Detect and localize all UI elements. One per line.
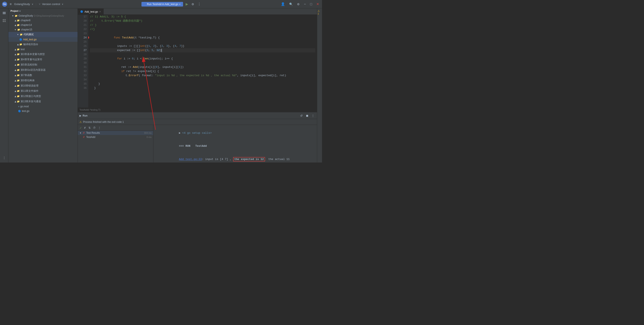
output-setup: ▶ <4 go setup calls> (156, 127, 314, 140)
ch12-folder-icon: 📁 (17, 95, 20, 98)
minimize-button[interactable]: − (303, 1, 307, 7)
code-line-23 (90, 31, 315, 36)
tree-item-add-test[interactable]: 🔵 Add_test.go (8, 37, 78, 42)
toolbar: Go ≡ GolangStudy ∨ | ⑂ Version control ∨… (0, 0, 322, 8)
svg-rect-4 (4, 19, 6, 20)
result-row-testadd[interactable]: ✗ TestAdd 0 ms (78, 135, 153, 139)
run-config-chevron-icon: ∨ (179, 3, 180, 5)
tree-item-testgo[interactable]: 🔵 test.go (8, 109, 78, 113)
tab-close-button[interactable]: ✕ (99, 10, 101, 13)
warning-count-text: 1 (318, 12, 319, 15)
history-button[interactable]: ⏱ (92, 126, 96, 130)
ch13-folder-icon: 📁 (17, 100, 20, 103)
code-line-20: // t.Error("Add 函数存在问题") (90, 19, 315, 23)
ch7-label: 第7章函数 (20, 73, 32, 77)
tree-item-ch12[interactable]: ▶ 📁 第12章接口与类型 (8, 94, 78, 99)
sidebar-icons (0, 8, 8, 162)
sidebar-icon-more[interactable] (1, 155, 7, 161)
gomod-file-icon: ≡ (18, 105, 19, 108)
breadcrumb-text: TestAdd(t *testing.T) (80, 109, 100, 111)
testadd-fail-icon: ✗ (83, 136, 85, 139)
sidebar-icon-structure[interactable] (1, 18, 7, 23)
tree-item-chapter14[interactable]: ▶ 📁 chapter14 (8, 23, 78, 27)
rerun-button[interactable]: ↺ (299, 114, 304, 118)
settings-toolbar-button[interactable]: ⚙ (296, 2, 300, 7)
run-panel-label: Run (82, 114, 88, 117)
pass-filter-icon: ✓ (80, 126, 82, 130)
more-run-options-button[interactable]: ⋮ (197, 1, 202, 7)
ch9-chevron-icon: ▶ (14, 80, 16, 81)
test-folder-icon: 📁 (17, 48, 20, 51)
code-line-35: } (90, 82, 315, 86)
ch6-chevron-icon: ▶ (14, 69, 16, 71)
user-button[interactable]: 👤 (280, 1, 286, 7)
project-label: Project (10, 10, 18, 12)
tree-item-ch13[interactable]: ▶ 📁 第13章并发与通道 (8, 99, 78, 104)
ch10-chevron-icon: ▶ (14, 85, 16, 87)
tree-item-ch4[interactable]: ▶ 📁 第4章常量与运算符 (8, 57, 78, 62)
search-toolbar-button[interactable]: 🔍 (288, 2, 294, 7)
test-chevron-icon: ▶ (14, 48, 16, 50)
tab-add-test[interactable]: 🔵 Add_test.go ✕ (78, 8, 104, 14)
result-row-all[interactable]: ▼ ✗ Test Results 304 ms (78, 131, 153, 135)
sort-button[interactable]: ⇅ (88, 126, 91, 130)
root-folder-icon: 📁 (15, 14, 18, 17)
tree-root[interactable]: ▼ 📁 GolangStudy D:\DingJiaxiong\GolangSt… (8, 13, 78, 18)
tree-item-ch3[interactable]: ▶ 📁 第3章基本变量与类型 (8, 52, 78, 57)
code-line-22: //} (90, 27, 315, 31)
toolbar-left: Go ≡ GolangStudy ∨ | ⑂ Version control ∨ (2, 1, 63, 7)
error-link[interactable]: Add_test.go:33 (179, 158, 202, 161)
run-icon: ▶ (80, 114, 81, 117)
tree-item-ch6[interactable]: ▶ 📁 第6章Go语言内置容器 (8, 67, 78, 73)
tree-item-ch10[interactable]: ▶ 📁 第10章错误处理 (8, 83, 78, 88)
chapter14-label: chapter14 (20, 23, 32, 26)
project-header[interactable]: Project ∨ (8, 8, 78, 13)
tree-item-test[interactable]: ▶ 📁 test (8, 47, 78, 52)
version-control-label: Version control (42, 2, 60, 6)
tree-item-gomod[interactable]: ≡ go.mod (8, 104, 78, 109)
code-test-label: 代码测试 (24, 33, 34, 36)
code-editor[interactable]: 17 20 21 22 23 24 25 26 27 28 29 30 31 3… (78, 15, 317, 107)
run-button[interactable]: ▶ (185, 1, 189, 7)
compile-folder-icon: 📁 (19, 43, 22, 46)
sidebar-icon-project[interactable] (1, 10, 7, 16)
test-label: test (20, 48, 24, 51)
maximize-button[interactable]: □ (309, 1, 313, 7)
breadcrumb: TestAdd(t *testing.T) (78, 107, 317, 112)
hamburger-menu-button[interactable]: ≡ (9, 1, 12, 7)
debug-button[interactable]: ⚙ (191, 2, 195, 7)
tree-item-ch7[interactable]: ▶ 📁 第7章函数 (8, 73, 78, 78)
stop-button[interactable]: ⏹ (305, 114, 310, 118)
ch7-chevron-icon: ▶ (14, 74, 16, 76)
chapter14-folder-icon: 📁 (17, 24, 20, 26)
ch6-folder-icon: 📁 (17, 69, 20, 71)
ch3-folder-icon: 📁 (17, 53, 20, 56)
main-area: Project ∨ ▼ 📁 GolangStudy D:\DingJiaxion… (0, 8, 322, 162)
config-icon (144, 3, 146, 5)
run-toolbar: ▶ Run ↺ ⏹ ⋮ (78, 112, 317, 119)
ch12-chevron-icon: ▶ (14, 95, 16, 97)
run-config-label: Run (147, 3, 152, 6)
tree-item-chapter15[interactable]: ▼ 📁 chapter15 (8, 27, 78, 32)
editor-area: 🔵 Add_test.go ✕ 17 20 21 22 23 24 25 26 … (78, 8, 317, 162)
ch4-chevron-icon: ▶ (14, 59, 16, 60)
results-more-button[interactable]: ⋮ (98, 126, 101, 130)
tree-item-ch5[interactable]: ▶ 📁 第5章流程控制 (8, 62, 78, 67)
svg-point-8 (4, 158, 4, 158)
tree-item-code-test[interactable]: ▼ 📁 代码测试 (8, 32, 78, 37)
run-config-button[interactable]: Run TestAdd in Add_test.go ∨ (142, 2, 183, 6)
code-content[interactable]: // 1) Add(1, 3) := 5 { // t.Error("Add 函… (88, 15, 317, 107)
tree-item-chapter8[interactable]: ▶ 📁 chapter8 (8, 18, 78, 23)
project-chevron-icon: ∨ (19, 10, 20, 12)
ch3-label: 第3章基本变量与类型 (20, 52, 45, 56)
tree-item-ch11[interactable]: ▶ 📁 第11章文件操作 (8, 88, 78, 94)
warning-count-badge[interactable]: ⚠ 1 (317, 9, 322, 15)
filter-fail-button[interactable]: ✗ (83, 126, 86, 130)
tree-item-ch9[interactable]: ▶ 📁 第9章结构体 (8, 78, 78, 83)
close-button[interactable]: ✕ (316, 1, 320, 7)
tree-item-compile[interactable]: ▶ 📁 编译相关指令 (8, 42, 78, 47)
code-line-24: 🔴 func TestAdd(t *testing.T) { (90, 36, 315, 40)
run-options-button[interactable]: ⋮ (311, 114, 315, 118)
svg-rect-2 (3, 14, 6, 14)
editor-tab-bar: 🔵 Add_test.go ✕ (78, 8, 317, 15)
